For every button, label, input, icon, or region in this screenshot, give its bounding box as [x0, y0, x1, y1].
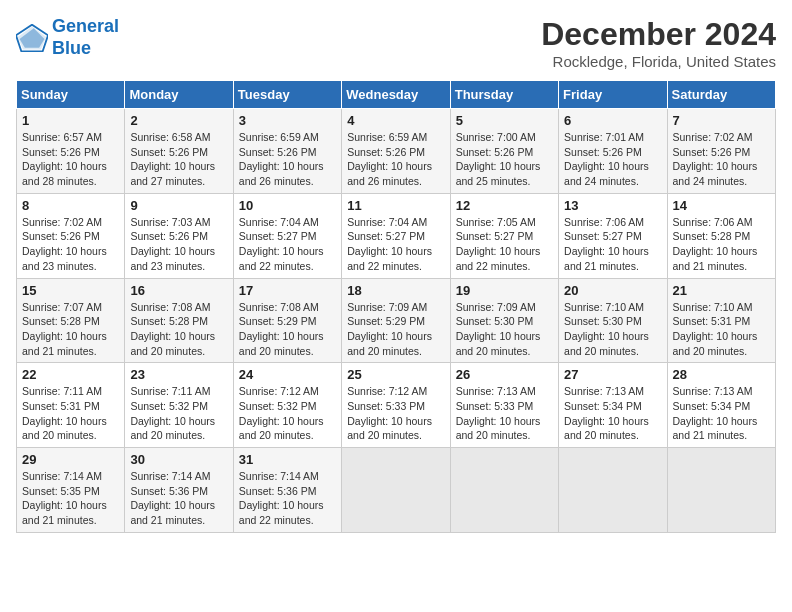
day-number: 10 [239, 198, 336, 213]
header-cell-wednesday: Wednesday [342, 81, 450, 109]
day-info: Sunrise: 7:03 AM Sunset: 5:26 PM Dayligh… [130, 215, 227, 274]
day-number: 9 [130, 198, 227, 213]
day-info: Sunrise: 7:02 AM Sunset: 5:26 PM Dayligh… [673, 130, 770, 189]
week-row-2: 8Sunrise: 7:02 AM Sunset: 5:26 PM Daylig… [17, 193, 776, 278]
day-number: 26 [456, 367, 553, 382]
day-info: Sunrise: 6:58 AM Sunset: 5:26 PM Dayligh… [130, 130, 227, 189]
logo-icon [16, 24, 48, 52]
day-info: Sunrise: 7:11 AM Sunset: 5:32 PM Dayligh… [130, 384, 227, 443]
logo: General Blue [16, 16, 119, 59]
day-info: Sunrise: 7:08 AM Sunset: 5:29 PM Dayligh… [239, 300, 336, 359]
day-number: 22 [22, 367, 119, 382]
day-cell [450, 448, 558, 533]
logo-text: General Blue [52, 16, 119, 59]
day-cell: 6Sunrise: 7:01 AM Sunset: 5:26 PM Daylig… [559, 109, 667, 194]
week-row-5: 29Sunrise: 7:14 AM Sunset: 5:35 PM Dayli… [17, 448, 776, 533]
day-cell: 21Sunrise: 7:10 AM Sunset: 5:31 PM Dayli… [667, 278, 775, 363]
day-number: 24 [239, 367, 336, 382]
day-cell: 9Sunrise: 7:03 AM Sunset: 5:26 PM Daylig… [125, 193, 233, 278]
day-cell: 15Sunrise: 7:07 AM Sunset: 5:28 PM Dayli… [17, 278, 125, 363]
day-number: 12 [456, 198, 553, 213]
day-info: Sunrise: 7:14 AM Sunset: 5:36 PM Dayligh… [130, 469, 227, 528]
title-block: December 2024 Rockledge, Florida, United… [541, 16, 776, 70]
day-info: Sunrise: 6:57 AM Sunset: 5:26 PM Dayligh… [22, 130, 119, 189]
day-cell: 11Sunrise: 7:04 AM Sunset: 5:27 PM Dayli… [342, 193, 450, 278]
day-info: Sunrise: 7:10 AM Sunset: 5:31 PM Dayligh… [673, 300, 770, 359]
day-cell: 24Sunrise: 7:12 AM Sunset: 5:32 PM Dayli… [233, 363, 341, 448]
header-cell-friday: Friday [559, 81, 667, 109]
day-cell: 8Sunrise: 7:02 AM Sunset: 5:26 PM Daylig… [17, 193, 125, 278]
day-info: Sunrise: 7:09 AM Sunset: 5:30 PM Dayligh… [456, 300, 553, 359]
day-info: Sunrise: 7:02 AM Sunset: 5:26 PM Dayligh… [22, 215, 119, 274]
day-number: 15 [22, 283, 119, 298]
day-number: 31 [239, 452, 336, 467]
day-cell: 20Sunrise: 7:10 AM Sunset: 5:30 PM Dayli… [559, 278, 667, 363]
header-cell-thursday: Thursday [450, 81, 558, 109]
day-number: 25 [347, 367, 444, 382]
day-cell: 26Sunrise: 7:13 AM Sunset: 5:33 PM Dayli… [450, 363, 558, 448]
day-cell: 1Sunrise: 6:57 AM Sunset: 5:26 PM Daylig… [17, 109, 125, 194]
day-cell: 23Sunrise: 7:11 AM Sunset: 5:32 PM Dayli… [125, 363, 233, 448]
day-number: 17 [239, 283, 336, 298]
day-info: Sunrise: 7:00 AM Sunset: 5:26 PM Dayligh… [456, 130, 553, 189]
day-cell: 22Sunrise: 7:11 AM Sunset: 5:31 PM Dayli… [17, 363, 125, 448]
day-cell [342, 448, 450, 533]
day-cell: 18Sunrise: 7:09 AM Sunset: 5:29 PM Dayli… [342, 278, 450, 363]
day-info: Sunrise: 7:06 AM Sunset: 5:27 PM Dayligh… [564, 215, 661, 274]
day-cell: 4Sunrise: 6:59 AM Sunset: 5:26 PM Daylig… [342, 109, 450, 194]
calendar-body: 1Sunrise: 6:57 AM Sunset: 5:26 PM Daylig… [17, 109, 776, 533]
day-cell: 31Sunrise: 7:14 AM Sunset: 5:36 PM Dayli… [233, 448, 341, 533]
day-info: Sunrise: 7:04 AM Sunset: 5:27 PM Dayligh… [347, 215, 444, 274]
day-info: Sunrise: 7:05 AM Sunset: 5:27 PM Dayligh… [456, 215, 553, 274]
day-cell: 14Sunrise: 7:06 AM Sunset: 5:28 PM Dayli… [667, 193, 775, 278]
day-cell: 12Sunrise: 7:05 AM Sunset: 5:27 PM Dayli… [450, 193, 558, 278]
header-cell-saturday: Saturday [667, 81, 775, 109]
day-cell [667, 448, 775, 533]
day-number: 18 [347, 283, 444, 298]
day-number: 6 [564, 113, 661, 128]
header-cell-sunday: Sunday [17, 81, 125, 109]
day-info: Sunrise: 7:13 AM Sunset: 5:33 PM Dayligh… [456, 384, 553, 443]
day-info: Sunrise: 7:14 AM Sunset: 5:36 PM Dayligh… [239, 469, 336, 528]
day-cell: 28Sunrise: 7:13 AM Sunset: 5:34 PM Dayli… [667, 363, 775, 448]
calendar-header: SundayMondayTuesdayWednesdayThursdayFrid… [17, 81, 776, 109]
day-cell: 27Sunrise: 7:13 AM Sunset: 5:34 PM Dayli… [559, 363, 667, 448]
day-number: 8 [22, 198, 119, 213]
day-info: Sunrise: 7:01 AM Sunset: 5:26 PM Dayligh… [564, 130, 661, 189]
day-number: 29 [22, 452, 119, 467]
day-cell: 2Sunrise: 6:58 AM Sunset: 5:26 PM Daylig… [125, 109, 233, 194]
day-info: Sunrise: 7:06 AM Sunset: 5:28 PM Dayligh… [673, 215, 770, 274]
day-info: Sunrise: 7:13 AM Sunset: 5:34 PM Dayligh… [564, 384, 661, 443]
day-number: 23 [130, 367, 227, 382]
day-cell: 10Sunrise: 7:04 AM Sunset: 5:27 PM Dayli… [233, 193, 341, 278]
week-row-4: 22Sunrise: 7:11 AM Sunset: 5:31 PM Dayli… [17, 363, 776, 448]
day-number: 2 [130, 113, 227, 128]
day-number: 27 [564, 367, 661, 382]
day-number: 4 [347, 113, 444, 128]
day-number: 11 [347, 198, 444, 213]
day-cell [559, 448, 667, 533]
header-cell-monday: Monday [125, 81, 233, 109]
day-number: 28 [673, 367, 770, 382]
calendar: SundayMondayTuesdayWednesdayThursdayFrid… [16, 80, 776, 533]
day-cell: 29Sunrise: 7:14 AM Sunset: 5:35 PM Dayli… [17, 448, 125, 533]
day-number: 19 [456, 283, 553, 298]
day-number: 1 [22, 113, 119, 128]
day-cell: 25Sunrise: 7:12 AM Sunset: 5:33 PM Dayli… [342, 363, 450, 448]
day-number: 30 [130, 452, 227, 467]
day-info: Sunrise: 7:08 AM Sunset: 5:28 PM Dayligh… [130, 300, 227, 359]
day-number: 21 [673, 283, 770, 298]
day-cell: 16Sunrise: 7:08 AM Sunset: 5:28 PM Dayli… [125, 278, 233, 363]
day-number: 16 [130, 283, 227, 298]
main-title: December 2024 [541, 16, 776, 53]
subtitle: Rockledge, Florida, United States [541, 53, 776, 70]
header-cell-tuesday: Tuesday [233, 81, 341, 109]
day-info: Sunrise: 7:10 AM Sunset: 5:30 PM Dayligh… [564, 300, 661, 359]
day-cell: 5Sunrise: 7:00 AM Sunset: 5:26 PM Daylig… [450, 109, 558, 194]
day-cell: 3Sunrise: 6:59 AM Sunset: 5:26 PM Daylig… [233, 109, 341, 194]
day-number: 13 [564, 198, 661, 213]
day-number: 14 [673, 198, 770, 213]
day-info: Sunrise: 6:59 AM Sunset: 5:26 PM Dayligh… [239, 130, 336, 189]
day-info: Sunrise: 7:11 AM Sunset: 5:31 PM Dayligh… [22, 384, 119, 443]
day-info: Sunrise: 7:12 AM Sunset: 5:33 PM Dayligh… [347, 384, 444, 443]
